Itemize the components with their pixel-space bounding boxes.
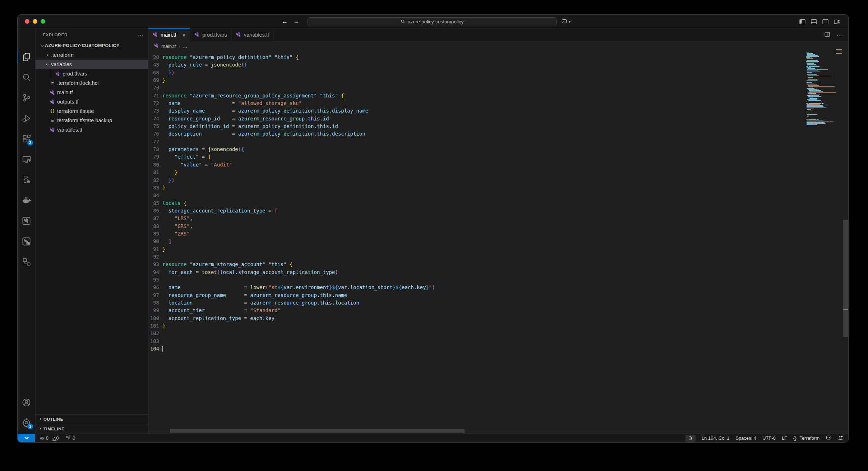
code-line-74[interactable]: 74 resource_group_id = azurerm_resource_… [148,115,802,123]
toggle-panel-button[interactable] [811,19,817,24]
code-line-71[interactable]: 71resource "azurerm_resource_group_polic… [148,92,802,100]
command-center-search[interactable]: azure-policy-custompolicy [308,17,557,26]
line-number[interactable]: 43 [148,61,159,69]
line-number[interactable]: 80 [148,161,159,169]
activity-source-control-icon[interactable] [18,89,35,107]
code-line-94[interactable]: 94 for_each = toset(local.storage_accoun… [148,269,802,276]
code-line-92[interactable]: 92 [148,253,802,261]
activity-run-debug-icon[interactable] [18,109,35,127]
code-line-77[interactable]: 77 [148,138,802,146]
line-number[interactable]: 83 [148,184,159,192]
code-line-96[interactable]: 96 name = lower("st${var.environment}${v… [148,284,802,291]
line-number[interactable]: 74 [148,115,159,123]
outline-section-header[interactable]: OUTLINE [36,414,148,424]
breadcrumb-symbol[interactable]: … [183,44,188,49]
line-number[interactable]: 81 [148,169,159,176]
line-number[interactable]: 100 [148,315,159,322]
line-number[interactable]: 86 [148,207,159,215]
notifications-bell-icon[interactable] [838,435,843,442]
minimap[interactable] [806,52,843,129]
line-number[interactable]: 89 [148,230,159,238]
code-line-95[interactable]: 95 [148,276,802,284]
code-line-88[interactable]: 88 "GRS", [148,223,802,230]
tree-item-prod-tfvars[interactable]: prod.tfvars [36,69,148,78]
code-line-72[interactable]: 72 name = "allowed_storage_sku" [148,100,802,107]
tree-item-azure-policy-custompolicy[interactable]: AZURE-POLICY-CUSTOMPOLICY [36,41,148,50]
code-line-76[interactable]: 76 description = azurerm_policy_definiti… [148,130,802,138]
tree-item-outputs-tf[interactable]: outputs.tf [36,97,148,106]
code-line-80[interactable]: 80 "value" = "Audit" [148,161,802,169]
line-number[interactable]: 94 [148,269,159,276]
copilot-status-icon[interactable] [826,435,832,441]
split-editor-button[interactable] [824,31,830,39]
line-number[interactable]: 99 [148,307,159,314]
language-status[interactable]: {} Terraform [793,435,819,441]
ports-status[interactable]: 0 [66,435,75,441]
code-line-104[interactable]: 104 [148,345,802,353]
copilot-menu-button[interactable]: ▾ [561,18,571,26]
activity-explorer-icon[interactable] [18,48,35,66]
line-number[interactable]: 20 [148,54,159,61]
line-number[interactable]: 97 [148,292,159,299]
line-number[interactable]: 75 [148,123,159,130]
breadcrumb[interactable]: main.tf › … [148,41,848,51]
activity-terraform-icon[interactable] [18,212,35,230]
code-line-73[interactable]: 73 display_name = azurerm_policy_definit… [148,107,802,115]
indentation-status[interactable]: Spaces: 4 [735,435,756,441]
tree-item--terraform[interactable]: .terraform [36,50,148,60]
remote-indicator-button[interactable]: >< [18,434,35,442]
code-line-90[interactable]: 90 ] [148,238,802,245]
code-line-68[interactable]: 68 }) [148,69,802,77]
code-line-78[interactable]: 78 parameters = jsonencode({ [148,146,802,153]
line-number[interactable]: 79 [148,153,159,161]
code-line-89[interactable]: 89 "ZRS" [148,230,802,238]
line-number[interactable]: 84 [148,192,159,199]
line-number[interactable]: 103 [148,338,159,345]
activity-remote-explorer-icon[interactable] [18,150,35,168]
activity-settings-icon[interactable]: 1 [18,413,35,431]
line-number[interactable]: 78 [148,146,159,153]
code-line-82[interactable]: 82 }) [148,177,802,184]
code-line-84[interactable]: 84 [148,192,802,199]
code-line-102[interactable]: 102 [148,330,802,337]
line-number[interactable]: 98 [148,299,159,307]
code-line-79[interactable]: 79 "effect" = { [148,153,802,161]
line-number[interactable]: 71 [148,92,159,100]
explorer-actions-button[interactable]: ··· [137,32,144,38]
code-line-103[interactable]: 103 [148,338,802,345]
minimize-window-button[interactable] [33,19,37,24]
tree-item-terraform-tfstate[interactable]: {}terraform.tfstate [36,106,148,116]
encoding-status[interactable]: UTF-8 [762,435,776,441]
activity-search-icon[interactable] [18,68,35,86]
tree-item-main-tf[interactable]: main.tf [36,88,148,97]
customize-layout-button[interactable] [834,19,840,24]
activity-code-tools-icon[interactable] [18,171,35,189]
eol-status[interactable]: LF [782,435,787,441]
line-number[interactable]: 91 [148,246,159,253]
line-number[interactable]: 69 [148,77,159,84]
line-number[interactable]: 96 [148,284,159,291]
toggle-secondary-sidebar-button[interactable] [822,19,829,24]
code-line-86[interactable]: 86 storage_account_replication_type = [ [148,207,802,215]
line-number[interactable]: 85 [148,200,159,207]
tab-variables-tf[interactable]: variables.tf [232,28,274,41]
code-line-81[interactable]: 81 } [148,169,802,176]
code-editor[interactable]: 20resource "azurerm_policy_definition" "… [148,52,802,429]
line-number[interactable]: 73 [148,107,159,115]
line-number[interactable]: 93 [148,261,159,268]
activity-accounts-icon[interactable] [18,393,35,411]
line-number[interactable]: 82 [148,177,159,184]
line-number[interactable]: 70 [148,84,159,92]
line-number[interactable]: 76 [148,130,159,138]
toggle-sidebar-button[interactable] [799,19,806,24]
cursor-position-status[interactable]: Ln 104, Col 1 [702,435,729,441]
activity-project-structure-icon[interactable] [18,253,35,271]
code-line-85[interactable]: 85locals { [148,200,802,207]
tree-item--terraform-lock-hcl[interactable]: ≡.terraform.lock.hcl [36,78,148,88]
code-line-91[interactable]: 91} [148,246,802,253]
activity-extensions-icon[interactable]: 3 [18,130,35,148]
line-number[interactable]: 87 [148,215,159,222]
line-number[interactable]: 101 [148,322,159,330]
line-number[interactable]: 72 [148,100,159,107]
maximize-window-button[interactable] [41,19,45,24]
